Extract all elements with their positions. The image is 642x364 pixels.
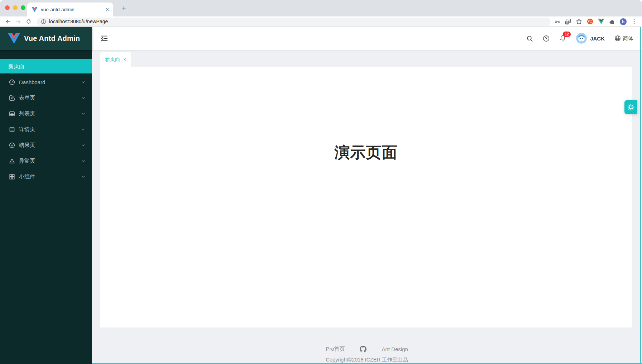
vue-devtools-icon[interactable] bbox=[598, 19, 604, 24]
sidebar-item-new-page[interactable]: 新页面 bbox=[0, 59, 92, 73]
vue-favicon-icon bbox=[32, 7, 38, 12]
sidebar-item-label: 结果页 bbox=[19, 142, 81, 149]
extension-orange-icon[interactable] bbox=[587, 18, 593, 25]
chevron-down-icon bbox=[81, 143, 86, 148]
browser-toolbar: localhost:8080/#/newPage G h bbox=[0, 16, 642, 27]
browser-tab[interactable]: vue-antd-admin × bbox=[27, 3, 113, 16]
table-icon bbox=[9, 111, 15, 117]
page-tab-new-page[interactable]: 新页面 × bbox=[100, 52, 131, 67]
content-card: 演示页面 bbox=[100, 67, 632, 327]
sidebar-menu: 新页面 Dashboard 表单页 bbox=[0, 50, 92, 184]
close-tab-icon[interactable]: × bbox=[106, 7, 109, 13]
back-button[interactable] bbox=[4, 17, 12, 26]
chevron-down-icon bbox=[81, 96, 86, 100]
password-key-icon[interactable] bbox=[554, 19, 560, 25]
translate-icon[interactable]: G bbox=[565, 19, 571, 25]
vue-logo-icon bbox=[8, 33, 20, 44]
sidebar-item-label: 小组件 bbox=[19, 173, 81, 180]
warning-icon bbox=[9, 158, 15, 164]
address-bar[interactable]: localhost:8080/#/newPage bbox=[37, 18, 551, 26]
notifications-button[interactable]: 12 bbox=[559, 35, 566, 42]
browser-profile-avatar[interactable]: h bbox=[620, 18, 627, 25]
bookmark-star-icon[interactable] bbox=[576, 18, 582, 25]
globe-icon bbox=[614, 35, 621, 42]
sidebar-item-result-pages[interactable]: 结果页 bbox=[0, 138, 92, 152]
sidebar-item-detail-pages[interactable]: 详情页 bbox=[0, 122, 92, 136]
footer-copyright: Copyright©2018 ICZER 工作室出品 bbox=[92, 356, 642, 363]
app-footer: Pro首页 Ant Design Copyright©2018 ICZER 工作… bbox=[92, 327, 642, 364]
chevron-down-icon bbox=[81, 174, 86, 179]
page-tab-label: 新页面 bbox=[105, 56, 120, 63]
page-title: 演示页面 bbox=[100, 143, 632, 161]
block-icon bbox=[9, 174, 15, 180]
help-icon[interactable] bbox=[543, 35, 550, 42]
window-controls bbox=[5, 5, 25, 10]
sidebar-item-label: 异常页 bbox=[19, 158, 81, 164]
chevron-down-icon bbox=[81, 80, 86, 85]
new-tab-button[interactable]: + bbox=[119, 3, 129, 13]
header-actions: 12 JACK 简体 bbox=[526, 33, 633, 44]
gear-icon bbox=[627, 103, 635, 111]
theme-edge-right bbox=[640, 27, 641, 364]
menu-fold-icon[interactable] bbox=[100, 34, 108, 42]
chevron-down-icon bbox=[81, 159, 86, 163]
sidebar-item-exception-pages[interactable]: 异常页 bbox=[0, 154, 92, 168]
browser-tab-title: vue-antd-admin bbox=[41, 7, 102, 12]
profile-icon bbox=[9, 126, 15, 133]
sidebar-item-label: 新页面 bbox=[8, 63, 86, 70]
github-icon[interactable] bbox=[360, 346, 366, 353]
main-area: 12 JACK 简体 新页面 × bbox=[92, 27, 642, 364]
footer-link-ant-design[interactable]: Ant Design bbox=[382, 346, 408, 352]
forward-button[interactable] bbox=[14, 17, 23, 26]
minimize-window-button[interactable] bbox=[13, 5, 18, 10]
sidebar: Vue Antd Admin 新页面 Dashboard 表单页 bbox=[0, 27, 92, 364]
sidebar-item-label: 详情页 bbox=[19, 126, 81, 133]
app-title: Vue Antd Admin bbox=[24, 34, 80, 43]
user-menu[interactable]: JACK bbox=[576, 33, 605, 44]
form-icon bbox=[9, 95, 15, 101]
browser-toolbar-actions: G h bbox=[554, 18, 638, 25]
chevron-down-icon bbox=[81, 111, 86, 116]
browser-window: vue-antd-admin × + localhost:8080/#/newP… bbox=[0, 0, 642, 364]
sidebar-item-label: 列表页 bbox=[19, 110, 81, 117]
browser-tab-strip: vue-antd-admin × + bbox=[0, 0, 642, 16]
close-page-tab-icon[interactable]: × bbox=[123, 57, 126, 62]
sidebar-item-widgets[interactable]: 小组件 bbox=[0, 169, 92, 184]
sidebar-item-dashboard[interactable]: Dashboard bbox=[0, 75, 92, 89]
page-tab-bar: 新页面 × bbox=[92, 50, 642, 67]
user-avatar bbox=[576, 33, 587, 44]
sidebar-item-label: 表单页 bbox=[19, 95, 81, 101]
app-logo[interactable]: Vue Antd Admin bbox=[0, 27, 92, 50]
browser-menu-icon[interactable] bbox=[631, 19, 637, 24]
settings-drawer-button[interactable] bbox=[624, 100, 637, 114]
extensions-puzzle-icon[interactable] bbox=[609, 19, 615, 25]
reload-button[interactable] bbox=[24, 17, 33, 26]
dashboard-icon bbox=[9, 79, 15, 85]
language-label: 简体 bbox=[623, 35, 633, 42]
page-info-icon[interactable] bbox=[41, 19, 46, 24]
footer-links: Pro首页 Ant Design bbox=[92, 346, 642, 353]
check-circle-icon bbox=[9, 142, 15, 148]
app-header: 12 JACK 简体 bbox=[92, 27, 642, 50]
language-selector[interactable]: 简体 bbox=[614, 35, 633, 42]
url-text: localhost:8080/#/newPage bbox=[49, 19, 108, 24]
close-window-button[interactable] bbox=[5, 5, 10, 10]
sidebar-item-form-pages[interactable]: 表单页 bbox=[0, 91, 92, 105]
footer-link-pro[interactable]: Pro首页 bbox=[326, 346, 345, 353]
search-icon[interactable] bbox=[526, 35, 533, 42]
sidebar-item-list-pages[interactable]: 列表页 bbox=[0, 106, 92, 121]
sidebar-item-label: Dashboard bbox=[19, 79, 81, 85]
notification-badge: 12 bbox=[562, 31, 571, 37]
chevron-down-icon bbox=[81, 127, 86, 132]
fullscreen-window-button[interactable] bbox=[21, 5, 25, 10]
username: JACK bbox=[590, 35, 605, 42]
